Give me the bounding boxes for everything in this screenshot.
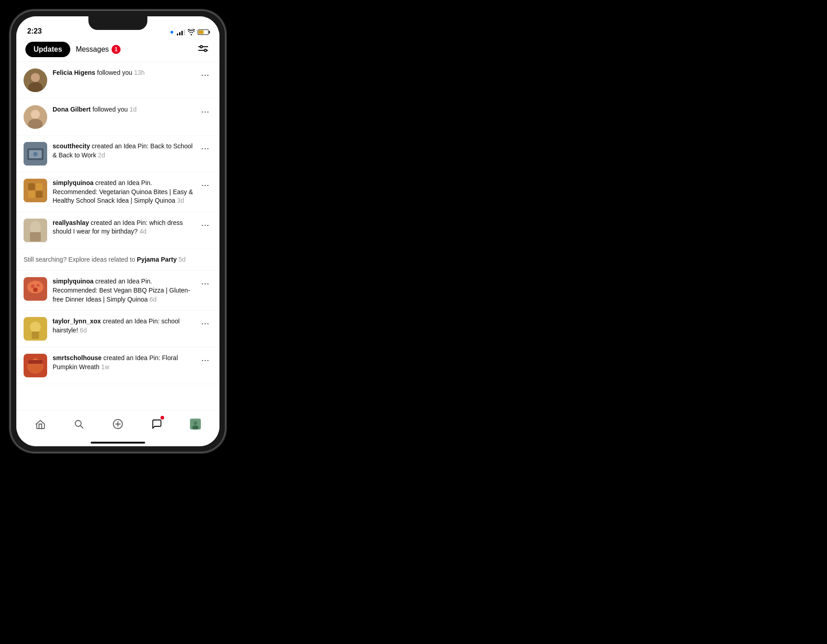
- notification-item[interactable]: scoutthecity created an Idea Pin: Back t…: [16, 136, 219, 172]
- notif-time: 13h: [134, 69, 145, 76]
- notif-content: simplyquinoa created an Idea Pin. Recomm…: [53, 179, 193, 205]
- more-options-button[interactable]: ···: [199, 105, 212, 118]
- profile-icon: [190, 419, 201, 429]
- notif-action: followed you: [95, 69, 134, 76]
- avatar-square: [24, 142, 47, 166]
- svg-rect-15: [28, 183, 35, 190]
- avatar-square: [24, 354, 47, 377]
- notch: [88, 16, 147, 30]
- phone-screen: 2:23: [16, 16, 219, 446]
- notif-content: scoutthecity created an Idea Pin: Back t…: [53, 142, 193, 160]
- more-options-button[interactable]: ···: [199, 142, 212, 155]
- svg-point-36: [194, 421, 197, 425]
- notification-item[interactable]: reallyashlay created an Idea Pin: which …: [16, 212, 219, 249]
- svg-rect-16: [36, 183, 43, 190]
- search-icon: [73, 419, 84, 429]
- nav-home[interactable]: [29, 415, 51, 433]
- notif-time: 2d: [98, 151, 105, 159]
- notif-username: scoutthecity: [53, 142, 90, 150]
- battery-icon: [198, 29, 209, 35]
- more-options-button[interactable]: ···: [199, 179, 212, 192]
- svg-rect-14: [24, 179, 47, 202]
- notification-item[interactable]: simplyquinoa created an Idea Pin. Recomm…: [16, 271, 219, 311]
- notif-content: simplyquinoa created an Idea Pin. Recomm…: [53, 277, 193, 304]
- avatar: [24, 68, 47, 92]
- more-options-button[interactable]: ···: [199, 317, 212, 330]
- tab-updates[interactable]: Updates: [25, 42, 70, 57]
- phone-wrapper: 2:23: [9, 9, 227, 454]
- svg-point-8: [31, 110, 40, 119]
- svg-point-1: [200, 46, 203, 48]
- more-options-button[interactable]: ···: [199, 219, 212, 232]
- avatar-square: [24, 219, 47, 242]
- svg-point-24: [31, 284, 34, 288]
- charging-dot-icon: [170, 31, 173, 34]
- status-icons: [170, 29, 209, 35]
- notif-content: smrtscholhouse created an Idea Pin: Flor…: [53, 354, 193, 371]
- nav-add[interactable]: [107, 415, 129, 433]
- messages-icon: [151, 419, 162, 429]
- phone-shell: 2:23: [9, 9, 227, 454]
- svg-rect-18: [36, 191, 43, 198]
- home-icon: [35, 419, 46, 429]
- notification-list: Felicia Higens followed you 13h ···: [16, 62, 219, 429]
- notif-content: Dona Gilbert followed you 1d: [53, 105, 193, 114]
- status-time: 2:23: [27, 27, 42, 35]
- svg-rect-32: [28, 360, 43, 364]
- notification-item[interactable]: Felicia Higens followed you 13h ···: [16, 62, 219, 99]
- header: Updates Messages 1: [16, 38, 219, 62]
- notification-item[interactable]: taylor_lynn_xox created an Idea Pin: sch…: [16, 311, 219, 347]
- svg-rect-29: [32, 332, 39, 339]
- notif-action: followed you: [91, 106, 130, 113]
- notif-time: 1w: [101, 363, 109, 371]
- wifi-icon: [188, 29, 195, 35]
- notif-content: Felicia Higens followed you 13h: [53, 68, 193, 78]
- notif-time: 3d: [177, 197, 184, 204]
- add-icon: [112, 419, 123, 429]
- bottom-nav: [16, 410, 219, 446]
- avatar: [24, 105, 47, 129]
- explore-suggestion: Still searching? Explore ideas related t…: [16, 249, 219, 271]
- notif-username: simplyquinoa: [53, 179, 93, 186]
- notification-item[interactable]: simplyquinoa created an Idea Pin. Recomm…: [16, 172, 219, 212]
- messages-nav-badge: [161, 416, 164, 420]
- more-options-button[interactable]: ···: [199, 354, 212, 367]
- notification-item[interactable]: smrtscholhouse created an Idea Pin: Flor…: [16, 347, 219, 384]
- filter-icon[interactable]: [198, 43, 210, 56]
- svg-point-3: [204, 49, 207, 52]
- avatar-square: [24, 317, 47, 341]
- notif-time: 6d: [80, 327, 87, 334]
- more-options-button[interactable]: ···: [199, 68, 212, 82]
- svg-point-5: [31, 73, 40, 82]
- nav-search[interactable]: [68, 415, 90, 433]
- nav-profile[interactable]: [185, 415, 206, 433]
- notif-content: taylor_lynn_xox created an Idea Pin: sch…: [53, 317, 193, 335]
- nav-messages[interactable]: [146, 415, 168, 433]
- messages-badge: 1: [112, 45, 121, 54]
- more-options-button[interactable]: ···: [199, 277, 212, 290]
- notif-time: 4d: [139, 228, 146, 235]
- notif-username: Felicia Higens: [53, 69, 95, 76]
- svg-point-13: [33, 152, 38, 156]
- notif-username: taylor_lynn_xox: [53, 317, 101, 325]
- svg-rect-21: [30, 232, 41, 241]
- avatar-square: [24, 277, 47, 301]
- notif-content: reallyashlay created an Idea Pin: which …: [53, 219, 193, 236]
- notif-time: 1d: [130, 106, 137, 113]
- notification-item[interactable]: Dona Gilbert followed you 1d ···: [16, 99, 219, 136]
- signal-icon: [177, 29, 185, 35]
- svg-point-26: [33, 288, 38, 292]
- avatar-square: [24, 179, 47, 202]
- svg-rect-17: [28, 191, 35, 198]
- tab-messages[interactable]: Messages 1: [76, 45, 121, 54]
- svg-point-25: [37, 284, 39, 287]
- home-bar: [91, 442, 145, 444]
- notif-username: smrtscholhouse: [53, 354, 102, 361]
- notif-username: Dona Gilbert: [53, 106, 91, 113]
- notif-username: simplyquinoa: [53, 278, 93, 285]
- notif-username: reallyashlay: [53, 219, 89, 226]
- notif-time: 6d: [150, 296, 157, 303]
- svg-point-28: [30, 322, 41, 332]
